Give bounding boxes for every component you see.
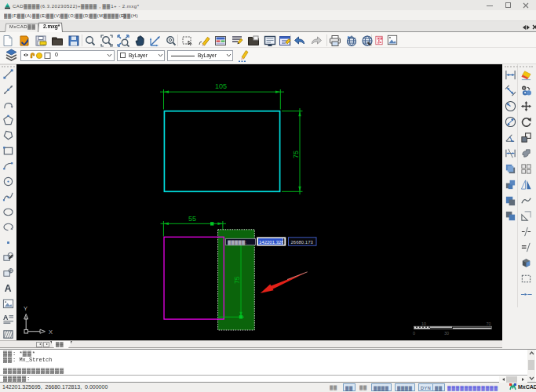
svg-text:A: A — [4, 283, 11, 294]
svg-text:Y: Y — [24, 305, 27, 312]
svg-text:X: X — [49, 328, 53, 336]
svg-text:55: 55 — [188, 215, 196, 223]
svg-text:75: 75 — [233, 276, 241, 284]
svg-text:30: 30 — [444, 331, 449, 336]
svg-text:70: 70 — [487, 321, 491, 326]
svg-text:105: 105 — [215, 82, 227, 90]
svg-text:A: A — [2, 314, 8, 321]
svg-text:0: 0 — [413, 331, 415, 336]
svg-text:26680.173: 26680.173 — [291, 240, 314, 245]
svg-text:142201.326: 142201.326 — [259, 240, 284, 245]
svg-text:10: 10 — [421, 321, 426, 326]
svg-text:▓▓▓▓▓:: ▓▓▓▓▓: — [228, 240, 247, 245]
svg-text:75: 75 — [292, 151, 300, 158]
svg-text:PDF: PDF — [377, 37, 382, 40]
